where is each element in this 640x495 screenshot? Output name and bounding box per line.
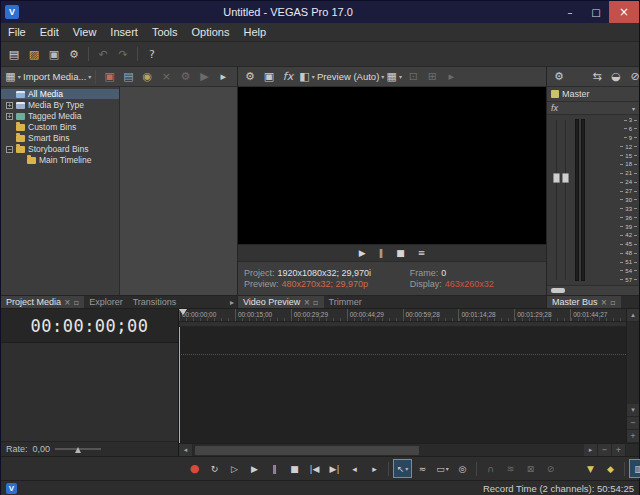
- horizontal-scroll-thumb[interactable]: [195, 446, 419, 455]
- copy-snapshot-button[interactable]: ⊡: [404, 68, 422, 86]
- tree-expander[interactable]: +: [6, 102, 13, 109]
- rate-slider[interactable]: [55, 445, 101, 454]
- remove-media-button[interactable]: ×: [157, 68, 175, 86]
- tree-item-main-timeline[interactable]: Main Timeline: [1, 155, 119, 165]
- previous-frame-button[interactable]: ◂: [345, 459, 364, 478]
- whats-this-help-button[interactable]: ?: [143, 45, 161, 63]
- ignore-event-grouping-button[interactable]: ⊘: [541, 459, 560, 478]
- redo-button[interactable]: ↷: [114, 45, 132, 63]
- menu-file[interactable]: File: [1, 23, 33, 41]
- overlays-grid-button[interactable]: ▦▾: [385, 68, 403, 86]
- import-media-button[interactable]: Import Media...▾: [23, 68, 91, 86]
- tree-item-all-media[interactable]: All Media: [1, 89, 119, 99]
- pause-button[interactable]: ‖: [265, 459, 284, 478]
- transport-separator[interactable]: [388, 462, 389, 476]
- timeline-ruler[interactable]: 00:00:00;0000:00:15;0000:00:29;2900:00:4…: [179, 309, 626, 322]
- play-from-start-button[interactable]: ▷: [225, 459, 244, 478]
- scroll-up-icon[interactable]: ▴: [627, 309, 639, 322]
- preview-stop-button[interactable]: ■: [396, 248, 405, 258]
- media-properties-button[interactable]: ⚙: [176, 68, 194, 86]
- tree-expander[interactable]: −: [6, 146, 13, 153]
- transport-spacer[interactable]: [561, 459, 580, 478]
- track-zoom-in-button[interactable]: +: [627, 430, 639, 443]
- loop-playback-button[interactable]: ↻: [205, 459, 224, 478]
- pm-separator[interactable]: [95, 70, 96, 84]
- lock-envelopes-button[interactable]: ⊠: [521, 459, 540, 478]
- panel-pin-icon[interactable]: ▫: [313, 298, 318, 307]
- rate-slider-thumb[interactable]: [75, 447, 81, 453]
- project-video-properties-button[interactable]: ⚙: [241, 68, 259, 86]
- insert-region-button[interactable]: ◆: [601, 459, 620, 478]
- tab-trimmer[interactable]: Trimmer: [324, 296, 367, 308]
- tab-master-bus[interactable]: Master Bus×▫: [547, 296, 621, 308]
- tab-project-media[interactable]: Project Media×▫: [1, 296, 84, 308]
- maximize-button[interactable]: □: [583, 1, 609, 23]
- master-properties-button[interactable]: ⚙: [550, 68, 568, 86]
- capture-video-button[interactable]: ▣: [100, 68, 118, 86]
- downmix-output-button[interactable]: ⇆: [588, 68, 606, 86]
- go-to-start-button[interactable]: |◀: [305, 459, 324, 478]
- save-snapshot-button[interactable]: ⊞: [423, 68, 441, 86]
- tab-video-preview[interactable]: Video Preview×▫: [238, 296, 324, 308]
- zoom-edit-tool-button[interactable]: ◎: [453, 459, 472, 478]
- menu-edit[interactable]: Edit: [33, 23, 66, 41]
- stop-button[interactable]: ■: [285, 459, 304, 478]
- panel-pin-icon[interactable]: ▫: [610, 298, 615, 307]
- panel-close-icon[interactable]: ×: [601, 298, 608, 307]
- tree-expander[interactable]: +: [6, 113, 13, 120]
- timecode-display[interactable]: 00:00:00;00: [1, 309, 178, 343]
- tab-scroll-right-icon[interactable]: ▸: [227, 296, 237, 308]
- video-output-fx-button[interactable]: fx: [279, 68, 297, 86]
- preview-pause-button[interactable]: ‖: [379, 248, 384, 258]
- tab-explorer[interactable]: Explorer: [84, 296, 128, 308]
- project-properties-button[interactable]: ⚙: [65, 45, 83, 63]
- toolbar-separator[interactable]: [88, 47, 89, 61]
- pan-fader-handle[interactable]: [551, 288, 565, 293]
- undo-button[interactable]: ↶: [94, 45, 112, 63]
- menu-insert[interactable]: Insert: [103, 23, 145, 41]
- tree-item-custom-bins[interactable]: Custom Bins: [1, 122, 119, 132]
- panel-close-icon[interactable]: ×: [303, 298, 310, 307]
- next-frame-button[interactable]: ▸: [365, 459, 384, 478]
- video-preview-screen[interactable]: [238, 87, 546, 244]
- preview-quality-dropdown[interactable]: Preview (Auto)▾: [317, 68, 384, 86]
- go-to-end-button[interactable]: ▶|: [325, 459, 344, 478]
- minimize-button[interactable]: –: [557, 1, 583, 23]
- fx-chain-icon[interactable]: ▾: [632, 105, 635, 112]
- mixer-toggle-button[interactable]: ▥: [629, 459, 640, 478]
- bus-fx-button[interactable]: fx: [551, 103, 558, 113]
- pv-overflow-button[interactable]: ▸: [442, 68, 460, 86]
- selection-edit-tool-button[interactable]: ▭▾: [433, 459, 452, 478]
- time-zoom-out-button[interactable]: −: [598, 444, 612, 456]
- scroll-left-icon[interactable]: ◂: [179, 444, 193, 456]
- record-button[interactable]: ●: [185, 459, 204, 478]
- external-monitor-button[interactable]: ▣: [260, 68, 278, 86]
- preview-play-button[interactable]: ▶: [359, 248, 366, 258]
- playhead-cursor[interactable]: [179, 327, 180, 443]
- get-photo-button[interactable]: ▤: [119, 68, 137, 86]
- scroll-down-icon[interactable]: ▾: [627, 404, 639, 417]
- enable-snapping-button[interactable]: ∩: [481, 459, 500, 478]
- save-button[interactable]: ▣: [45, 45, 63, 63]
- track-view[interactable]: [179, 327, 626, 443]
- open-button[interactable]: ▨: [25, 45, 43, 63]
- play-button[interactable]: ▶: [245, 459, 264, 478]
- pm-overflow-button[interactable]: ▸: [214, 68, 232, 86]
- tree-item-tagged-media[interactable]: + Tagged Media: [1, 111, 119, 121]
- menu-view[interactable]: View: [66, 23, 104, 41]
- mute-output-button[interactable]: ⊘: [626, 68, 640, 86]
- envelope-edit-tool-button[interactable]: ≈: [413, 459, 432, 478]
- media-file-list[interactable]: [120, 87, 237, 295]
- toolbar-separator[interactable]: [137, 47, 138, 61]
- extract-audio-from-cd-button[interactable]: ◉: [138, 68, 156, 86]
- transport-separator[interactable]: [476, 462, 477, 476]
- tree-item-storyboard-bins[interactable]: − Storyboard Bins: [1, 144, 119, 154]
- preview-options-button[interactable]: ≡: [418, 248, 426, 258]
- menu-options[interactable]: Options: [185, 23, 237, 41]
- tab-transitions[interactable]: Transitions: [128, 296, 182, 308]
- split-screen-view-button[interactable]: ◧▾: [298, 68, 316, 86]
- panel-pin-icon[interactable]: ▫: [74, 298, 79, 307]
- auto-preview-button[interactable]: ▶: [195, 68, 213, 86]
- new-project-button[interactable]: ▤: [5, 45, 23, 63]
- mb-spacer[interactable]: [569, 68, 587, 86]
